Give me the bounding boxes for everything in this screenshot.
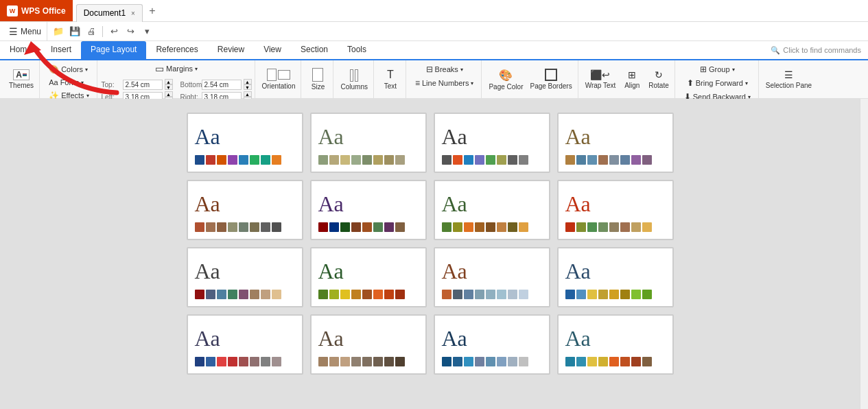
redo-button[interactable]: ↪ xyxy=(123,24,138,39)
fonts-button[interactable]: Aa Fonts ▾ xyxy=(45,77,87,88)
group-button[interactable]: ⊞ Group ▾ xyxy=(696,63,738,75)
theme-card[interactable]: Aa xyxy=(310,314,427,375)
close-tab-button[interactable]: × xyxy=(131,10,135,17)
color-swatch xyxy=(261,222,270,232)
theme-aa-text: Aa xyxy=(565,326,591,351)
theme-card[interactable]: Aa xyxy=(187,180,303,240)
page-color-button[interactable]: 🎨 Page Color xyxy=(486,64,526,95)
top-down-button[interactable]: ▼ xyxy=(165,84,173,90)
tab-tools[interactable]: Tools xyxy=(338,41,376,59)
theme-card[interactable]: Aa xyxy=(557,247,674,307)
color-swatch xyxy=(250,357,259,366)
color-swatch xyxy=(464,222,473,232)
colors-fonts-effects-group: 🎨 Colors ▾ Aa Fonts ▾ ✨ Effects ▾ xyxy=(41,60,97,98)
more-qa-button[interactable]: ▾ xyxy=(139,24,154,39)
theme-card[interactable]: Aa xyxy=(187,247,303,307)
breaks-group: ⊟ Breaks ▾ ≡ Line Numbers ▾ xyxy=(408,60,482,98)
size-label: Size xyxy=(312,83,325,91)
theme-card[interactable]: Aa xyxy=(310,113,427,173)
line-numbers-button[interactable]: ≡ Line Numbers ▾ xyxy=(412,77,478,89)
theme-card[interactable]: Aa xyxy=(557,314,674,375)
align-icon: ⊞ xyxy=(628,69,636,80)
menu-button[interactable]: ☰ Menu xyxy=(3,22,47,40)
columns-button[interactable]: Columns xyxy=(338,64,370,95)
save-button[interactable]: 💾 xyxy=(67,24,82,39)
theme-card[interactable]: Aa xyxy=(187,113,303,173)
color-swatch xyxy=(217,222,226,232)
bottom-down-button[interactable]: ▼ xyxy=(244,84,252,90)
color-swatch xyxy=(384,290,394,299)
bottom-input[interactable] xyxy=(202,80,242,90)
orientation-button[interactable]: Orientation xyxy=(259,64,298,95)
color-swatch xyxy=(598,290,608,299)
effects-caret-icon: ▾ xyxy=(86,93,89,99)
line-numbers-caret-icon: ▾ xyxy=(471,80,473,86)
color-swatch xyxy=(329,357,339,366)
page-borders-button[interactable]: Page Borders xyxy=(527,64,574,95)
color-swatch xyxy=(239,222,248,232)
right-up-button[interactable]: ▲ xyxy=(244,91,252,97)
color-swatch xyxy=(642,222,652,232)
color-swatch xyxy=(486,357,495,366)
breaks-label: Breaks xyxy=(435,65,458,73)
color-swatch xyxy=(250,222,259,232)
theme-card[interactable]: Aa xyxy=(434,314,550,375)
bring-forward-button[interactable]: ⬆ Bring Forward ▾ xyxy=(683,77,751,89)
bottom-up-button[interactable]: ▲ xyxy=(244,79,252,84)
color-swatch xyxy=(497,222,506,232)
themes-button[interactable]: A Themes xyxy=(6,64,36,95)
align-button[interactable]: ⊞ Align xyxy=(620,64,644,95)
color-swatch xyxy=(497,290,506,299)
color-swatch xyxy=(631,222,641,232)
size-button[interactable]: Size xyxy=(305,64,330,95)
theme-card[interactable]: Aa xyxy=(434,113,550,173)
color-swatch xyxy=(598,155,608,165)
theme-aa-text: Aa xyxy=(442,191,467,217)
tab-page-layout[interactable]: Page Layout xyxy=(81,41,146,59)
text-button[interactable]: T Text xyxy=(378,64,403,95)
tab-view[interactable]: View xyxy=(254,41,291,59)
tab-home[interactable]: Home xyxy=(0,41,41,59)
undo-button[interactable]: ↩ xyxy=(106,24,121,39)
margins-label: Margins xyxy=(166,65,193,73)
bring-forward-icon: ⬆ xyxy=(687,78,694,88)
page-color-group: 🎨 Page Color Page Borders xyxy=(483,60,578,98)
bottom-spinner[interactable]: ▲ ▼ xyxy=(244,79,252,90)
scrollbar[interactable] xyxy=(860,99,868,409)
color-swatch xyxy=(329,222,339,232)
breaks-button[interactable]: ⊟ Breaks ▾ xyxy=(423,63,467,75)
page-borders-icon xyxy=(545,69,557,81)
wrap-text-button[interactable]: ⬛↩ Wrap Text xyxy=(583,64,619,95)
new-tab-button[interactable]: + xyxy=(145,3,160,19)
selection-pane-button[interactable]: ☰ Selection Pane xyxy=(763,64,814,95)
theme-card[interactable]: Aa xyxy=(310,180,427,240)
orientation-label: Orientation xyxy=(262,82,296,90)
colors-button[interactable]: 🎨 Colors ▾ xyxy=(45,63,91,75)
top-spinner[interactable]: ▲ ▼ xyxy=(165,79,173,90)
theme-card[interactable]: Aa xyxy=(434,180,550,240)
open-button[interactable]: 📁 xyxy=(51,24,66,39)
rotate-button[interactable]: ↻ Rotate xyxy=(646,64,671,95)
document-tab[interactable]: Document1 × xyxy=(76,4,143,22)
left-up-button[interactable]: ▲ xyxy=(165,91,173,97)
top-up-button[interactable]: ▲ xyxy=(165,79,173,84)
color-swatch xyxy=(609,155,619,165)
theme-aa-text: Aa xyxy=(565,191,591,217)
theme-card[interactable]: Aa xyxy=(557,180,674,240)
theme-card[interactable]: Aa xyxy=(434,247,550,307)
wps-logo-area[interactable]: W WPS Office xyxy=(0,0,73,21)
margins-button[interactable]: ▭ Margins ▾ xyxy=(152,62,201,75)
color-swatch xyxy=(261,155,270,165)
tab-section[interactable]: Section xyxy=(291,41,338,59)
tab-insert[interactable]: Insert xyxy=(41,41,81,59)
theme-card[interactable]: Aa xyxy=(310,247,427,307)
command-search[interactable]: 🔍 Click to find commands xyxy=(764,41,868,59)
print-button[interactable]: 🖨 xyxy=(84,24,99,39)
tab-references[interactable]: References xyxy=(146,41,207,59)
tab-review[interactable]: Review xyxy=(208,41,254,59)
color-swatch xyxy=(351,155,361,165)
color-swatch xyxy=(620,357,630,366)
top-input[interactable] xyxy=(123,80,163,90)
theme-card[interactable]: Aa xyxy=(557,113,674,173)
theme-card[interactable]: Aa xyxy=(187,314,303,375)
